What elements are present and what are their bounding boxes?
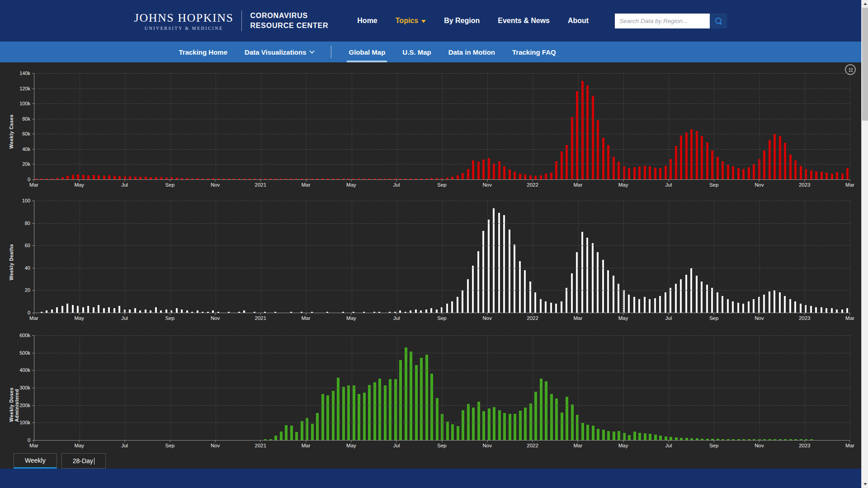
bar[interactable] bbox=[311, 178, 313, 179]
bar[interactable] bbox=[326, 178, 329, 179]
bar[interactable] bbox=[337, 178, 339, 179]
bar[interactable] bbox=[613, 157, 615, 179]
bar[interactable] bbox=[87, 306, 89, 313]
bar[interactable] bbox=[394, 379, 397, 440]
search-input[interactable] bbox=[615, 14, 710, 28]
bar[interactable] bbox=[342, 178, 344, 179]
bar[interactable] bbox=[264, 312, 266, 313]
bar[interactable] bbox=[555, 399, 558, 440]
bar[interactable] bbox=[165, 310, 167, 313]
subnav-tracking-home[interactable]: Tracking Home bbox=[179, 42, 228, 62]
bar[interactable] bbox=[690, 129, 693, 179]
bar[interactable] bbox=[358, 394, 360, 440]
bar[interactable] bbox=[540, 175, 542, 179]
bar[interactable] bbox=[644, 433, 646, 440]
bar[interactable] bbox=[212, 310, 214, 313]
bar[interactable] bbox=[238, 312, 240, 313]
subnav-data-visualizations[interactable]: Data Visualizations bbox=[245, 42, 314, 62]
bar[interactable] bbox=[249, 178, 251, 179]
bar[interactable] bbox=[420, 310, 422, 313]
bar[interactable] bbox=[399, 310, 401, 313]
bar[interactable] bbox=[592, 96, 594, 179]
bar[interactable] bbox=[207, 312, 209, 313]
bar[interactable] bbox=[732, 301, 734, 313]
bar[interactable] bbox=[696, 276, 698, 313]
bar[interactable] bbox=[228, 312, 230, 313]
bar[interactable] bbox=[243, 310, 245, 313]
bar[interactable] bbox=[321, 178, 324, 179]
bar[interactable] bbox=[373, 312, 375, 313]
bar[interactable] bbox=[717, 157, 719, 179]
bar[interactable] bbox=[56, 307, 58, 313]
bar[interactable] bbox=[711, 439, 714, 440]
bar[interactable] bbox=[613, 276, 614, 313]
bar[interactable] bbox=[373, 382, 376, 440]
bar[interactable] bbox=[191, 178, 193, 179]
bar[interactable] bbox=[555, 304, 557, 313]
bar[interactable] bbox=[425, 178, 428, 179]
bar[interactable] bbox=[576, 252, 578, 313]
bar[interactable] bbox=[66, 304, 68, 313]
bar[interactable] bbox=[202, 178, 204, 179]
bar[interactable] bbox=[113, 308, 115, 313]
bar[interactable] bbox=[638, 166, 641, 179]
bar[interactable] bbox=[430, 374, 433, 440]
bar[interactable] bbox=[93, 307, 94, 313]
bar[interactable] bbox=[118, 176, 121, 179]
bar[interactable] bbox=[482, 411, 485, 440]
bar[interactable] bbox=[326, 395, 329, 440]
subnav-global-map[interactable]: Global Map bbox=[349, 42, 385, 62]
bar[interactable] bbox=[41, 178, 43, 179]
bar[interactable] bbox=[628, 295, 630, 313]
bar[interactable] bbox=[290, 178, 292, 179]
bar[interactable] bbox=[134, 308, 136, 313]
bar[interactable] bbox=[457, 175, 459, 179]
bar[interactable] bbox=[342, 387, 345, 440]
bar[interactable] bbox=[493, 407, 495, 440]
bar[interactable] bbox=[311, 312, 313, 313]
bar[interactable] bbox=[301, 312, 302, 313]
bar[interactable] bbox=[129, 176, 131, 179]
bar[interactable] bbox=[638, 433, 641, 440]
bar[interactable] bbox=[670, 288, 671, 313]
bar[interactable] bbox=[181, 178, 183, 179]
bar[interactable] bbox=[675, 437, 678, 440]
bar[interactable] bbox=[789, 439, 792, 440]
bar[interactable] bbox=[405, 347, 407, 440]
subnav-data-in-motion[interactable]: Data in Motion bbox=[448, 42, 495, 62]
bar[interactable] bbox=[378, 178, 381, 179]
bar[interactable] bbox=[290, 426, 293, 440]
bar[interactable] bbox=[685, 438, 688, 440]
bar[interactable] bbox=[846, 308, 848, 313]
bar[interactable] bbox=[696, 438, 698, 440]
bar[interactable] bbox=[602, 430, 605, 440]
bar[interactable] bbox=[581, 423, 584, 440]
bar[interactable] bbox=[462, 410, 464, 441]
bar[interactable] bbox=[139, 177, 142, 179]
bar[interactable] bbox=[425, 310, 427, 313]
bar[interactable] bbox=[831, 308, 833, 313]
bar[interactable] bbox=[524, 174, 526, 179]
bar[interactable] bbox=[347, 385, 350, 440]
bar[interactable] bbox=[779, 136, 781, 179]
bar[interactable] bbox=[561, 413, 563, 440]
bar[interactable] bbox=[477, 402, 480, 440]
bar[interactable] bbox=[836, 310, 838, 313]
bar[interactable] bbox=[332, 391, 335, 440]
bar[interactable] bbox=[363, 178, 365, 179]
bar[interactable] bbox=[550, 173, 552, 179]
bar[interactable] bbox=[46, 310, 47, 313]
bar[interactable] bbox=[197, 178, 199, 179]
bar[interactable] bbox=[274, 436, 277, 440]
bar[interactable] bbox=[644, 166, 646, 179]
bar[interactable] bbox=[451, 301, 453, 313]
bar[interactable] bbox=[633, 167, 636, 179]
bar[interactable] bbox=[836, 172, 838, 179]
bar[interactable] bbox=[332, 178, 334, 179]
bar[interactable] bbox=[410, 178, 412, 179]
bar[interactable] bbox=[763, 439, 766, 440]
nav-about[interactable]: About bbox=[568, 17, 589, 25]
bar[interactable] bbox=[363, 312, 365, 313]
bar[interactable] bbox=[524, 408, 527, 440]
bar[interactable] bbox=[108, 307, 110, 313]
